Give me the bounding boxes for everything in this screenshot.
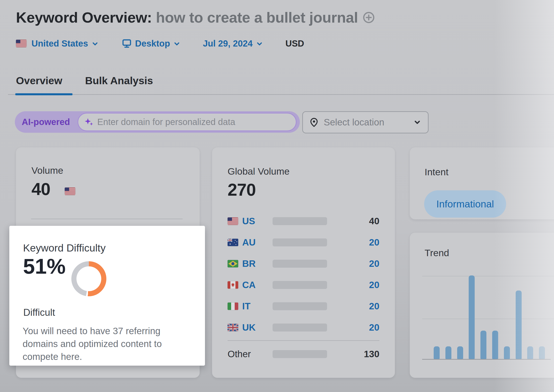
- keyword-difficulty-card: Keyword Difficulty 51% Difficult You wil…: [9, 226, 205, 366]
- br-flag-icon: [228, 260, 238, 267]
- country-volume-value: 20: [369, 237, 379, 248]
- uk-flag-icon: [228, 324, 238, 331]
- country-volume-bar: [273, 302, 327, 310]
- trend-bar: [516, 291, 522, 359]
- ai-powered-badge: AI-powered: [22, 111, 70, 133]
- filter-bar: United States Desktop Jul 29, 2024 USD: [16, 37, 304, 50]
- country-volume-bar: [273, 350, 327, 358]
- trend-bar-chart: [434, 275, 553, 359]
- global-volume-title: Global Volume: [228, 166, 290, 177]
- country-volume-bar: [273, 217, 327, 225]
- country-selector-label: United States: [31, 39, 88, 49]
- date-selector-label: Jul 29, 2024: [203, 39, 253, 49]
- volume-title: Volume: [31, 165, 63, 176]
- tab-active-indicator: [15, 93, 72, 95]
- trend-bar: [445, 346, 451, 359]
- location-pin-icon: [309, 117, 319, 128]
- card-divider: [228, 340, 379, 341]
- trend-card: Trend: [410, 233, 554, 378]
- ai-powered-container: AI-powered: [15, 111, 300, 133]
- country-volume-bar: [273, 281, 327, 289]
- chevron-down-icon: [256, 40, 263, 47]
- tabs-divider: [8, 94, 554, 95]
- country-volume-bar: [273, 260, 327, 268]
- global-volume-rows: US 40 AU 20 BR 20 CA 20 IT 20 UK 20 Othe…: [228, 210, 379, 365]
- trend-bar: [457, 346, 463, 359]
- country-selector[interactable]: United States: [16, 39, 99, 49]
- country-code-link[interactable]: IT: [242, 301, 267, 312]
- page-title-label: Keyword Overview:: [16, 9, 152, 26]
- trend-axis-baseline: [422, 359, 551, 360]
- ca-flag-icon: [228, 281, 238, 289]
- page-title: Keyword Overview: how to create a bullet…: [16, 9, 375, 26]
- add-keyword-icon[interactable]: [362, 10, 375, 23]
- sparkle-icon: [84, 117, 94, 127]
- chevron-down-icon: [91, 40, 99, 47]
- trend-bar: [527, 346, 533, 359]
- country-volume-bar: [273, 238, 327, 246]
- intent-card: Intent Informational: [410, 147, 554, 219]
- global-volume-row: IT 20: [228, 296, 379, 317]
- country-volume-value: 130: [364, 349, 379, 359]
- global-volume-card: Global Volume 270 US 40 AU 20 BR 20 CA 2…: [212, 147, 395, 378]
- card-divider: [31, 219, 182, 219]
- country-volume-bar: [273, 323, 327, 331]
- keyword-overview-page: Keyword Overview: how to create a bullet…: [0, 0, 554, 392]
- global-volume-total: 270: [228, 180, 256, 200]
- trend-bar: [480, 331, 486, 359]
- trend-bar: [504, 346, 510, 359]
- trend-title: Trend: [425, 247, 449, 258]
- trend-bar: [469, 275, 475, 359]
- date-selector[interactable]: Jul 29, 2024: [203, 39, 263, 49]
- chevron-down-icon: [173, 40, 181, 47]
- select-location-button[interactable]: Select location: [302, 111, 428, 133]
- other-countries-label: Other: [228, 349, 267, 359]
- au-flag-icon: [228, 239, 238, 246]
- keyword-difficulty-level: Difficult: [23, 307, 55, 318]
- global-volume-row: US 40: [228, 210, 379, 232]
- intent-badge: Informational: [424, 190, 506, 218]
- volume-value: 40: [31, 179, 50, 199]
- intent-title: Intent: [425, 167, 449, 177]
- currency-label: USD: [285, 39, 304, 49]
- it-flag-icon: [228, 302, 238, 310]
- device-selector[interactable]: Desktop: [121, 38, 181, 49]
- trend-bar: [492, 331, 498, 359]
- country-volume-value: 40: [369, 216, 379, 226]
- country-volume-value: 20: [369, 301, 379, 312]
- keyword-query: how to create a bullet journal: [156, 9, 358, 26]
- global-volume-row: CA 20: [228, 274, 379, 296]
- keyword-difficulty-donut-chart: [71, 261, 106, 296]
- keyword-difficulty-title: Keyword Difficulty: [23, 242, 106, 254]
- keyword-difficulty-description: You will need to have 37 referring domai…: [23, 325, 189, 363]
- tab-overview[interactable]: Overview: [16, 74, 62, 87]
- device-selector-label: Desktop: [135, 39, 170, 49]
- us-flag-icon: [65, 188, 75, 195]
- tab-bulk-analysis[interactable]: Bulk Analysis: [85, 74, 153, 87]
- us-flag-icon: [228, 217, 238, 225]
- global-volume-row: AU 20: [228, 232, 379, 253]
- domain-input-wrap: [77, 113, 296, 131]
- country-code-link[interactable]: US: [242, 216, 267, 226]
- country-code-link[interactable]: AU: [242, 237, 267, 248]
- global-volume-row: UK 20: [228, 317, 379, 338]
- global-volume-row: BR 20: [228, 253, 379, 274]
- country-volume-value: 20: [369, 280, 379, 290]
- trend-bar: [434, 346, 440, 359]
- select-location-label: Select location: [324, 117, 384, 128]
- domain-input[interactable]: [97, 117, 289, 127]
- global-volume-row: Other 130: [228, 343, 379, 365]
- chevron-down-icon: [413, 118, 421, 126]
- country-volume-value: 20: [369, 322, 379, 333]
- country-code-link[interactable]: CA: [242, 280, 267, 290]
- desktop-monitor-icon: [121, 38, 132, 49]
- us-flag-icon: [16, 40, 27, 47]
- keyword-difficulty-percent: 51%: [23, 254, 66, 279]
- trend-bar: [539, 346, 545, 359]
- country-code-link[interactable]: UK: [242, 322, 267, 333]
- country-volume-value: 20: [369, 258, 379, 269]
- country-code-link[interactable]: BR: [242, 258, 267, 269]
